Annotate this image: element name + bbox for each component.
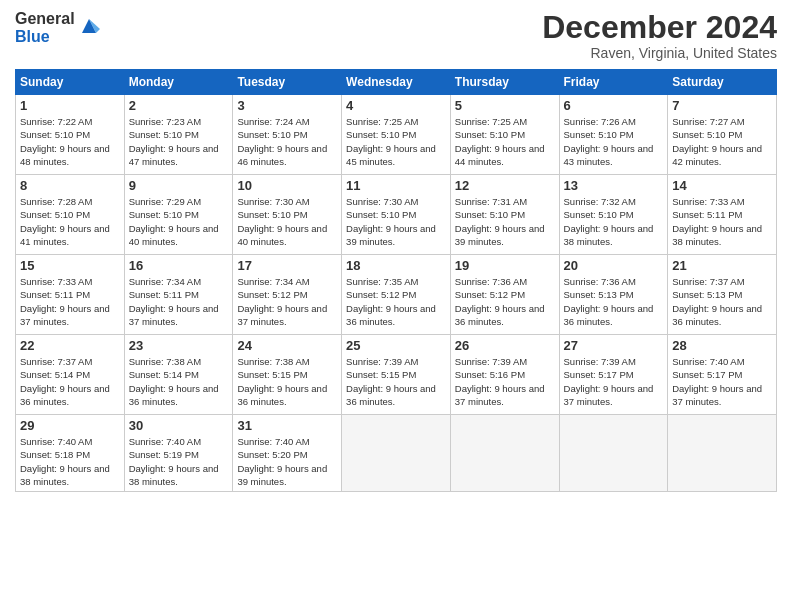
logo-blue: Blue: [15, 28, 75, 46]
table-row: 31Sunrise: 7:40 AMSunset: 5:20 PMDayligh…: [233, 415, 342, 492]
table-row: 25Sunrise: 7:39 AMSunset: 5:15 PMDayligh…: [342, 335, 451, 415]
table-row: 11Sunrise: 7:30 AMSunset: 5:10 PMDayligh…: [342, 175, 451, 255]
title-area: December 2024 Raven, Virginia, United St…: [542, 10, 777, 61]
table-row: [450, 415, 559, 492]
location: Raven, Virginia, United States: [542, 45, 777, 61]
table-row: 28Sunrise: 7:40 AMSunset: 5:17 PMDayligh…: [668, 335, 777, 415]
calendar-header-row: Sunday Monday Tuesday Wednesday Thursday…: [16, 70, 777, 95]
table-row: 22Sunrise: 7:37 AMSunset: 5:14 PMDayligh…: [16, 335, 125, 415]
table-row: 1Sunrise: 7:22 AMSunset: 5:10 PMDaylight…: [16, 95, 125, 175]
calendar-table: Sunday Monday Tuesday Wednesday Thursday…: [15, 69, 777, 492]
table-row: 29Sunrise: 7:40 AMSunset: 5:18 PMDayligh…: [16, 415, 125, 492]
col-wednesday: Wednesday: [342, 70, 451, 95]
table-row: 21Sunrise: 7:37 AMSunset: 5:13 PMDayligh…: [668, 255, 777, 335]
logo: General Blue: [15, 10, 100, 47]
table-row: 2Sunrise: 7:23 AMSunset: 5:10 PMDaylight…: [124, 95, 233, 175]
table-row: 3Sunrise: 7:24 AMSunset: 5:10 PMDaylight…: [233, 95, 342, 175]
table-row: 30Sunrise: 7:40 AMSunset: 5:19 PMDayligh…: [124, 415, 233, 492]
page-container: General Blue December 2024 Raven, Virgin…: [0, 0, 792, 612]
table-row: 8Sunrise: 7:28 AMSunset: 5:10 PMDaylight…: [16, 175, 125, 255]
col-friday: Friday: [559, 70, 668, 95]
table-row: 18Sunrise: 7:35 AMSunset: 5:12 PMDayligh…: [342, 255, 451, 335]
table-row: 14Sunrise: 7:33 AMSunset: 5:11 PMDayligh…: [668, 175, 777, 255]
header: General Blue December 2024 Raven, Virgin…: [15, 10, 777, 61]
table-row: 12Sunrise: 7:31 AMSunset: 5:10 PMDayligh…: [450, 175, 559, 255]
col-tuesday: Tuesday: [233, 70, 342, 95]
col-monday: Monday: [124, 70, 233, 95]
logo-general: General: [15, 10, 75, 28]
table-row: 6Sunrise: 7:26 AMSunset: 5:10 PMDaylight…: [559, 95, 668, 175]
table-row: [668, 415, 777, 492]
table-row: 15Sunrise: 7:33 AMSunset: 5:11 PMDayligh…: [16, 255, 125, 335]
table-row: 17Sunrise: 7:34 AMSunset: 5:12 PMDayligh…: [233, 255, 342, 335]
table-row: 26Sunrise: 7:39 AMSunset: 5:16 PMDayligh…: [450, 335, 559, 415]
table-row: [342, 415, 451, 492]
table-row: 13Sunrise: 7:32 AMSunset: 5:10 PMDayligh…: [559, 175, 668, 255]
month-title: December 2024: [542, 10, 777, 45]
table-row: 19Sunrise: 7:36 AMSunset: 5:12 PMDayligh…: [450, 255, 559, 335]
logo-icon: [78, 15, 100, 37]
table-row: 24Sunrise: 7:38 AMSunset: 5:15 PMDayligh…: [233, 335, 342, 415]
table-row: 7Sunrise: 7:27 AMSunset: 5:10 PMDaylight…: [668, 95, 777, 175]
col-sunday: Sunday: [16, 70, 125, 95]
table-row: 27Sunrise: 7:39 AMSunset: 5:17 PMDayligh…: [559, 335, 668, 415]
table-row: 9Sunrise: 7:29 AMSunset: 5:10 PMDaylight…: [124, 175, 233, 255]
table-row: 16Sunrise: 7:34 AMSunset: 5:11 PMDayligh…: [124, 255, 233, 335]
table-row: 20Sunrise: 7:36 AMSunset: 5:13 PMDayligh…: [559, 255, 668, 335]
table-row: [559, 415, 668, 492]
table-row: 23Sunrise: 7:38 AMSunset: 5:14 PMDayligh…: [124, 335, 233, 415]
table-row: 10Sunrise: 7:30 AMSunset: 5:10 PMDayligh…: [233, 175, 342, 255]
col-thursday: Thursday: [450, 70, 559, 95]
table-row: 4Sunrise: 7:25 AMSunset: 5:10 PMDaylight…: [342, 95, 451, 175]
col-saturday: Saturday: [668, 70, 777, 95]
table-row: 5Sunrise: 7:25 AMSunset: 5:10 PMDaylight…: [450, 95, 559, 175]
